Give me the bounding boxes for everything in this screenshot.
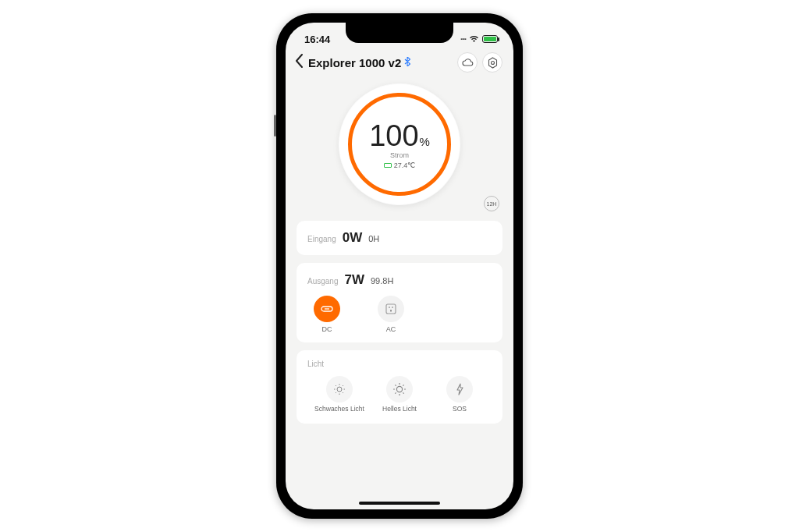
light-section-label: Licht [307,360,492,368]
port-dc[interactable]: DC [314,296,340,333]
dc-port-icon [314,296,340,322]
light-mode-dim[interactable]: Schwaches Licht [312,376,367,413]
port-ac[interactable]: AC [378,296,404,333]
ac-port-icon [378,296,404,322]
output-label: Ausgang [307,277,338,286]
sun-bright-icon [386,376,413,403]
svg-rect-7 [390,310,392,312]
cloud-button[interactable] [457,52,478,73]
phone-frame: 16:44 ···· Explorer 1000 v2 [276,13,523,519]
input-hours: 0H [368,234,379,243]
status-right: ···· [460,34,498,45]
battery-icon [482,35,498,43]
settings-button[interactable] [482,52,502,73]
port-label: DC [322,325,332,333]
input-card: Eingang 0W 0H [297,221,502,255]
svg-line-23 [403,392,403,393]
svg-line-16 [343,385,343,386]
svg-line-22 [395,385,396,385]
signal-icon: ···· [460,35,466,44]
light-mode-label: SOS [453,406,467,413]
battery-small-icon [384,163,392,168]
back-button[interactable] [293,54,308,72]
bluetooth-icon [404,57,410,69]
light-card: Licht Schwaches Licht Helles Licht [297,350,502,424]
svg-point-8 [337,387,342,392]
gauge-ring [348,93,451,196]
light-mode-sos[interactable]: SOS [432,376,487,413]
svg-line-24 [395,392,396,393]
svg-point-6 [392,307,393,308]
sun-dim-icon [326,376,353,403]
svg-point-17 [396,386,402,392]
battery-gauge: 100% Strom 27.4℃ [339,83,460,205]
app-header: Explorer 1000 v2 [286,51,513,79]
hours-badge[interactable]: 12H [484,196,499,211]
input-label: Eingang [307,235,336,243]
svg-line-25 [403,385,403,385]
light-mode-label: Schwaches Licht [314,406,364,413]
light-mode-bright[interactable]: Helles Licht [372,376,427,413]
wifi-icon [469,34,479,45]
svg-line-13 [336,385,336,386]
home-indicator[interactable] [359,502,440,505]
svg-marker-0 [488,58,496,68]
device-title: Explorer 1000 v2 [308,56,401,69]
light-mode-label: Helles Licht [382,406,417,413]
output-hours: 99.8H [371,276,393,286]
screen: 16:44 ···· Explorer 1000 v2 [286,23,513,509]
svg-rect-4 [386,304,396,314]
bolt-icon [446,376,473,403]
svg-line-14 [343,392,343,393]
svg-point-1 [491,61,494,64]
status-time: 16:44 [304,34,330,45]
svg-point-5 [389,307,390,308]
output-power: 7W [344,272,364,288]
svg-line-15 [336,392,336,393]
input-power: 0W [343,230,363,246]
notch [346,23,453,43]
port-label: AC [386,325,396,333]
output-card: Ausgang 7W 99.8H DC AC [297,263,502,342]
battery-gauge-area: 100% Strom 27.4℃ 12H [286,79,513,207]
